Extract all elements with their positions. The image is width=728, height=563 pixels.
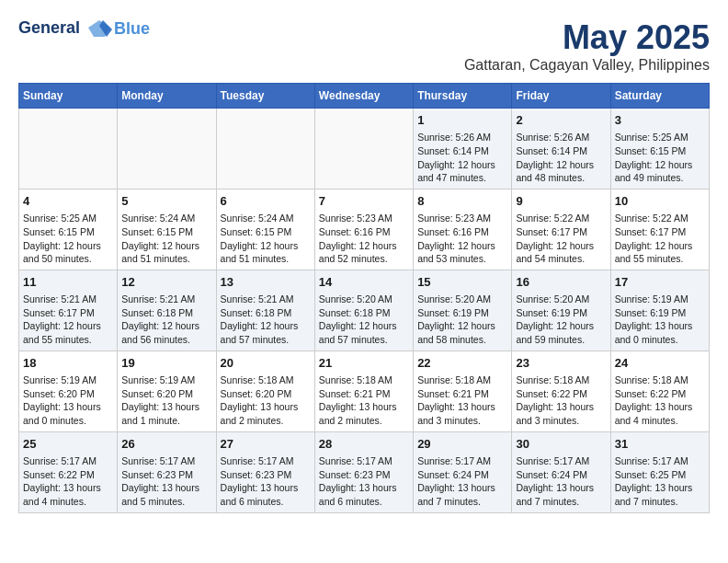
day-info-line: Sunset: 6:14 PM [417, 144, 507, 158]
calendar-cell: 10Sunrise: 5:22 AMSunset: 6:17 PMDayligh… [610, 189, 709, 270]
day-info-line: Sunrise: 5:17 AM [516, 454, 606, 468]
day-info-line: Sunrise: 5:17 AM [319, 454, 409, 468]
day-info-line: Sunset: 6:15 PM [23, 225, 113, 239]
day-info-line: Daylight: 12 hours [417, 239, 507, 253]
day-number: 13 [221, 274, 311, 291]
day-info-line: Sunrise: 5:19 AM [121, 373, 211, 387]
day-info-line: Daylight: 13 hours [319, 400, 409, 414]
day-number: 6 [221, 193, 311, 210]
day-info-line: Sunrise: 5:18 AM [417, 373, 507, 387]
day-info-line: Sunrise: 5:20 AM [417, 293, 507, 306]
day-number: 17 [615, 274, 705, 291]
day-number: 29 [417, 436, 507, 453]
day-info-line: Sunrise: 5:17 AM [221, 454, 311, 468]
calendar-cell: 1Sunrise: 5:26 AMSunset: 6:14 PMDaylight… [414, 109, 512, 190]
day-number: 9 [516, 193, 606, 210]
day-info-line: Daylight: 13 hours [516, 400, 606, 414]
day-number: 23 [516, 355, 606, 372]
calendar-body: 1Sunrise: 5:26 AMSunset: 6:14 PMDaylight… [19, 109, 710, 513]
day-info-line: and 51 minutes. [221, 252, 311, 266]
day-number: 18 [23, 355, 113, 372]
day-info-line: Daylight: 13 hours [516, 481, 606, 495]
calendar-cell [314, 109, 413, 190]
day-info-line: Sunset: 6:20 PM [23, 387, 113, 401]
day-info-line: Sunset: 6:19 PM [417, 306, 507, 320]
day-number: 25 [23, 436, 113, 453]
title-area: May 2025 Gattaran, Cagayan Valley, Phili… [464, 18, 710, 74]
day-info-line: Sunrise: 5:23 AM [319, 212, 409, 225]
day-info-line: Daylight: 13 hours [221, 481, 311, 495]
day-info-line: Sunset: 6:18 PM [121, 306, 211, 320]
day-info-line: and 55 minutes. [23, 333, 113, 347]
calendar-week-row: 1Sunrise: 5:26 AMSunset: 6:14 PMDaylight… [19, 109, 710, 190]
day-info-line: Daylight: 13 hours [23, 481, 113, 495]
day-info-line: and 0 minutes. [23, 414, 113, 428]
day-info-line: Daylight: 12 hours [23, 239, 113, 253]
day-info-line: Sunrise: 5:24 AM [221, 212, 311, 225]
calendar-cell: 15Sunrise: 5:20 AMSunset: 6:19 PMDayligh… [414, 270, 512, 350]
calendar-cell: 16Sunrise: 5:20 AMSunset: 6:19 PMDayligh… [512, 270, 610, 350]
day-info-line: Sunset: 6:14 PM [516, 144, 606, 158]
calendar-cell: 6Sunrise: 5:24 AMSunset: 6:15 PMDaylight… [216, 189, 314, 270]
day-info-line: Sunrise: 5:24 AM [121, 212, 211, 225]
day-number: 2 [516, 112, 606, 129]
day-info-line: Sunset: 6:25 PM [615, 468, 705, 482]
day-info-line: Sunrise: 5:18 AM [516, 373, 606, 387]
calendar-cell: 9Sunrise: 5:22 AMSunset: 6:17 PMDaylight… [512, 189, 610, 270]
day-info-line: Sunset: 6:16 PM [319, 225, 409, 239]
day-number: 10 [615, 193, 705, 210]
day-info-line: and 58 minutes. [417, 333, 507, 347]
day-info-line: Sunrise: 5:19 AM [23, 373, 113, 387]
day-info-line: and 56 minutes. [121, 333, 211, 347]
day-info-line: Daylight: 12 hours [23, 319, 113, 333]
day-info-line: Daylight: 12 hours [615, 158, 705, 172]
day-info-line: Sunrise: 5:18 AM [615, 373, 705, 387]
day-info-line: Sunrise: 5:22 AM [516, 212, 606, 225]
calendar-cell: 14Sunrise: 5:20 AMSunset: 6:18 PMDayligh… [314, 270, 413, 350]
day-info-line: Sunrise: 5:19 AM [615, 293, 705, 306]
calendar-cell: 25Sunrise: 5:17 AMSunset: 6:22 PMDayligh… [19, 431, 118, 512]
calendar-cell: 23Sunrise: 5:18 AMSunset: 6:22 PMDayligh… [512, 350, 610, 431]
day-info-line: Daylight: 12 hours [417, 158, 507, 172]
calendar-cell: 12Sunrise: 5:21 AMSunset: 6:18 PMDayligh… [118, 270, 216, 350]
day-info-line: Daylight: 12 hours [319, 239, 409, 253]
calendar-cell [19, 109, 118, 190]
day-info-line: Sunrise: 5:17 AM [121, 454, 211, 468]
day-info-line: Sunset: 6:15 PM [221, 225, 311, 239]
day-info-line: Sunrise: 5:18 AM [319, 373, 409, 387]
calendar-cell: 5Sunrise: 5:24 AMSunset: 6:15 PMDaylight… [118, 189, 216, 270]
day-info-line: and 6 minutes. [319, 495, 409, 509]
calendar-cell: 21Sunrise: 5:18 AMSunset: 6:21 PMDayligh… [314, 350, 413, 431]
day-info-line: and 55 minutes. [615, 252, 705, 266]
day-info-line: Sunset: 6:15 PM [615, 144, 705, 158]
calendar-cell: 24Sunrise: 5:18 AMSunset: 6:22 PMDayligh… [610, 350, 709, 431]
day-info-line: Daylight: 12 hours [121, 319, 211, 333]
header-row: SundayMondayTuesdayWednesdayThursdayFrid… [19, 84, 710, 109]
calendar-cell: 3Sunrise: 5:25 AMSunset: 6:15 PMDaylight… [610, 109, 709, 190]
day-info-line: and 2 minutes. [319, 414, 409, 428]
calendar-cell [118, 109, 216, 190]
day-number: 20 [221, 355, 311, 372]
day-info-line: Sunset: 6:21 PM [417, 387, 507, 401]
day-info-line: Sunrise: 5:25 AM [23, 212, 113, 225]
day-info-line: Sunrise: 5:17 AM [417, 454, 507, 468]
day-info-line: Daylight: 12 hours [121, 239, 211, 253]
day-number: 14 [319, 274, 409, 291]
day-info-line: Daylight: 12 hours [516, 319, 606, 333]
day-info-line: Daylight: 13 hours [121, 481, 211, 495]
day-info-line: and 7 minutes. [615, 495, 705, 509]
calendar-cell [216, 109, 314, 190]
day-info-line: and 48 minutes. [516, 171, 606, 185]
day-info-line: Sunrise: 5:17 AM [23, 454, 113, 468]
day-info-line: Daylight: 12 hours [417, 319, 507, 333]
day-info-line: Daylight: 12 hours [221, 319, 311, 333]
calendar-cell: 31Sunrise: 5:17 AMSunset: 6:25 PMDayligh… [610, 431, 709, 512]
day-number: 5 [121, 193, 211, 210]
day-info-line: Sunset: 6:16 PM [417, 225, 507, 239]
calendar-week-row: 11Sunrise: 5:21 AMSunset: 6:17 PMDayligh… [19, 270, 710, 350]
day-info-line: and 49 minutes. [615, 171, 705, 185]
day-number: 3 [615, 112, 705, 129]
day-info-line: Daylight: 13 hours [23, 400, 113, 414]
header-day: Friday [512, 84, 610, 109]
day-info-line: Sunrise: 5:21 AM [23, 293, 113, 306]
